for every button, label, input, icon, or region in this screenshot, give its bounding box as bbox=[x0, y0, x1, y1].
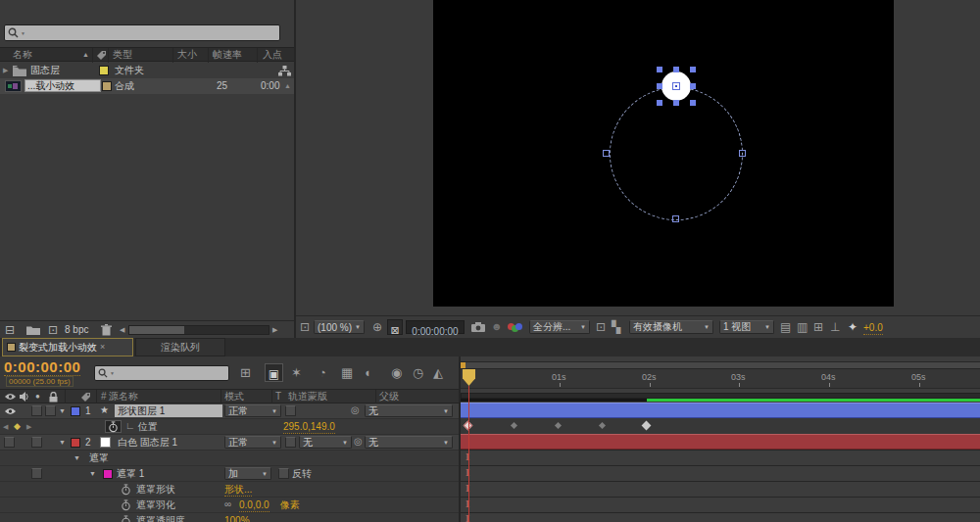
keyframe-next-icon[interactable]: ▶ bbox=[26, 423, 31, 430]
tab-render-queue[interactable]: 渲染队列 bbox=[135, 338, 225, 356]
new-folder-icon[interactable] bbox=[26, 325, 40, 335]
channel-rgb-icon[interactable] bbox=[508, 323, 523, 332]
mask-vertex-handle[interactable] bbox=[672, 215, 679, 222]
label-tag-icon[interactable] bbox=[80, 392, 91, 403]
mask-mode-dropdown[interactable]: 加▼ bbox=[224, 467, 271, 480]
masks-group-label[interactable]: 遮罩 bbox=[89, 452, 109, 464]
composition-viewport[interactable] bbox=[433, 0, 894, 307]
goto-time-icon[interactable]: ▤ bbox=[780, 321, 791, 333]
column-type[interactable]: 类型 bbox=[113, 49, 132, 61]
timeline-jump-icon[interactable]: ⊞ bbox=[813, 321, 823, 333]
keyframe-add-icon[interactable]: ◆ bbox=[14, 422, 21, 431]
tab-composition[interactable]: 裂变式加载小动效 × bbox=[2, 338, 133, 356]
t-toggle[interactable] bbox=[285, 405, 296, 416]
lock-toggle[interactable] bbox=[31, 437, 42, 448]
column-parent[interactable]: 父级 bbox=[379, 391, 399, 403]
item-name[interactable]: 固态层 bbox=[30, 65, 60, 76]
region-of-interest-button[interactable]: ⊠ bbox=[387, 319, 403, 335]
column-trkmat[interactable]: 轨道蒙版 bbox=[288, 391, 327, 403]
always-preview-icon[interactable]: ⊡ bbox=[300, 321, 310, 333]
transparency-grid-icon[interactable]: ▚ bbox=[612, 321, 620, 333]
label-color-swatch[interactable] bbox=[99, 66, 109, 75]
trkmat-dropdown[interactable]: 无▼ bbox=[299, 436, 352, 449]
keyframe[interactable] bbox=[599, 422, 606, 429]
scroll-right-icon[interactable]: ▶ bbox=[272, 326, 277, 333]
pickwhip-icon[interactable]: ◎ bbox=[354, 437, 363, 447]
project-flowchart-icon[interactable] bbox=[278, 66, 291, 76]
project-row-folder[interactable]: ▶ 固态层 文件夹 bbox=[0, 63, 296, 78]
layer-row-solid[interactable]: ▼ 2 白色 固态层 1 正常▼ 无▼ ◎ 无▼ bbox=[0, 435, 459, 451]
magnification-dropdown[interactable]: (100 %)▼ bbox=[314, 320, 365, 334]
column-source-name[interactable]: 源名称 bbox=[109, 391, 138, 403]
time-ruler[interactable]: 0s 01s 02s 03s 04s 05s bbox=[461, 369, 980, 389]
selection-handle[interactable] bbox=[657, 100, 662, 106]
live-update-button[interactable]: ▣ bbox=[265, 363, 283, 382]
mask-name[interactable]: 遮罩 1 bbox=[117, 468, 144, 480]
navigator-start-handle[interactable] bbox=[461, 362, 466, 368]
item-name-edit[interactable]: ...载小动效 bbox=[24, 79, 101, 92]
expand-icon[interactable]: ▼ bbox=[59, 407, 66, 414]
scroll-up-icon[interactable]: ▲ bbox=[284, 82, 291, 89]
index-column[interactable]: # bbox=[101, 391, 107, 403]
property-label[interactable]: 遮罩形状 bbox=[136, 484, 175, 496]
scroll-left-icon[interactable]: ◀ bbox=[120, 326, 124, 333]
property-row-position[interactable]: ◀ ◆ ▶ ∟ 位置 295.0,149.0 bbox=[0, 419, 459, 435]
mini-flowchart-icon[interactable]: ⊞ bbox=[240, 366, 251, 379]
resolution-dropdown[interactable]: 全分辨...▼ bbox=[529, 320, 590, 334]
playhead-line[interactable] bbox=[468, 386, 469, 522]
selection-handle[interactable] bbox=[657, 83, 662, 89]
horizontal-scrollbar[interactable] bbox=[128, 325, 270, 335]
draft3d-icon[interactable]: ✶ bbox=[291, 366, 302, 379]
trash-icon[interactable] bbox=[101, 324, 112, 336]
mask-color-swatch[interactable] bbox=[103, 469, 113, 479]
column-mode[interactable]: 模式 bbox=[224, 391, 244, 403]
mask-feather-value[interactable]: 0.0,0.0 bbox=[239, 499, 270, 512]
column-name[interactable]: 名称 bbox=[13, 49, 32, 61]
mask-path-circle[interactable] bbox=[610, 87, 743, 220]
keyframe[interactable] bbox=[511, 422, 517, 429]
parent-dropdown[interactable]: 无▼ bbox=[365, 436, 453, 449]
mask-opacity-value[interactable]: 100% bbox=[224, 515, 250, 522]
column-in[interactable]: 入点 bbox=[263, 49, 282, 61]
keyframe-prev-icon[interactable]: ◀ bbox=[3, 423, 8, 430]
mask-path-row[interactable]: 遮罩形状 形状... bbox=[0, 482, 459, 498]
timeline-navigator-bar[interactable] bbox=[461, 361, 980, 369]
selection-handle[interactable] bbox=[673, 67, 679, 72]
safe-margins-icon[interactable]: ⊕ bbox=[372, 321, 382, 333]
mask-vertex-handle[interactable] bbox=[603, 150, 610, 157]
position-value[interactable]: 295.0,149.0 bbox=[283, 421, 335, 434]
project-settings-icon[interactable]: ⊡ bbox=[48, 324, 58, 336]
column-fps[interactable]: 帧速率 bbox=[213, 49, 242, 61]
mask-vertex-handle[interactable] bbox=[739, 150, 746, 157]
stopwatch-icon[interactable] bbox=[121, 499, 131, 511]
layer-label-swatch[interactable] bbox=[71, 406, 80, 416]
column-size[interactable]: 大小 bbox=[177, 49, 197, 61]
masks-group-row[interactable]: ▼ 遮罩 bbox=[0, 451, 459, 466]
mask-opacity-row[interactable]: 遮罩透明度 100% bbox=[0, 513, 459, 522]
column-t[interactable]: T bbox=[275, 391, 281, 403]
label-tag-icon[interactable] bbox=[96, 50, 107, 61]
pickwhip-icon[interactable]: ◎ bbox=[351, 405, 360, 415]
keyframe[interactable] bbox=[642, 421, 652, 431]
parent-dropdown[interactable]: 无▼ bbox=[365, 404, 453, 417]
flowchart-icon[interactable]: ⊥ bbox=[830, 321, 840, 333]
selection-handle[interactable] bbox=[690, 67, 696, 72]
selection-handle[interactable] bbox=[657, 67, 662, 72]
link-dimensions-icon[interactable]: ∞ bbox=[224, 499, 231, 509]
video-eye-icon[interactable] bbox=[4, 407, 17, 415]
layer-bar-solid[interactable] bbox=[461, 434, 980, 450]
layer-name[interactable]: 白色 固态层 1 bbox=[118, 437, 177, 449]
selection-handle[interactable] bbox=[690, 83, 696, 89]
project-row-composition[interactable]: ...载小动效 合成 25 0:00 ▲ bbox=[0, 78, 296, 94]
audio-toggle[interactable] bbox=[31, 405, 42, 416]
project-search[interactable]: ▼ bbox=[4, 24, 280, 41]
bit-depth-label[interactable]: 8 bpc bbox=[65, 324, 88, 336]
blend-mode-dropdown[interactable]: 正常▼ bbox=[224, 436, 281, 449]
property-label[interactable]: 遮罩羽化 bbox=[136, 499, 175, 511]
fast-previews-icon[interactable]: ⊡ bbox=[596, 321, 606, 333]
viewer-timecode[interactable]: 0:00:00:00 bbox=[406, 320, 465, 334]
expand-icon[interactable]: ▼ bbox=[59, 439, 66, 446]
brainstorm-icon[interactable]: ◉ bbox=[391, 366, 402, 379]
graph-include-icon[interactable]: ∟ bbox=[125, 421, 135, 431]
project-search-input[interactable] bbox=[25, 26, 276, 39]
